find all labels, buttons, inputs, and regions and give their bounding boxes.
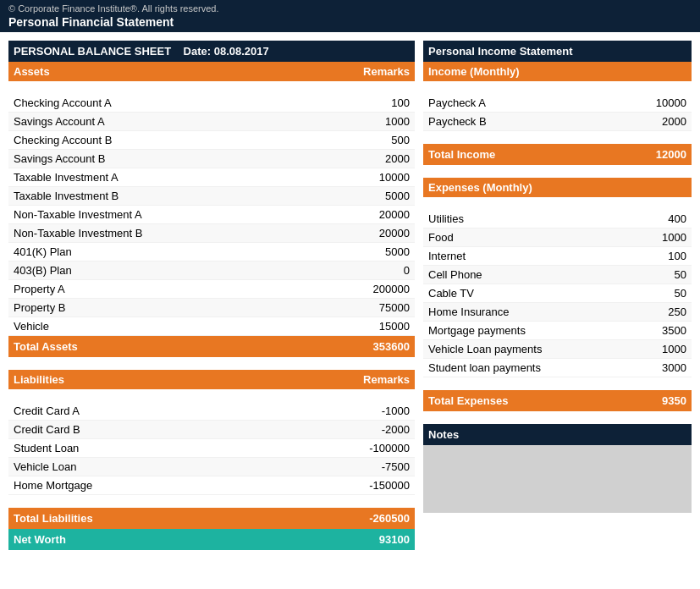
expenses-total-table: Total Expenses 9350 — [423, 390, 692, 411]
income-item-value: 10000 — [591, 94, 692, 113]
copyright-text: © Corporate Finance Institute®. All righ… — [8, 3, 219, 14]
expense-row: Student loan payments3000 — [423, 359, 692, 377]
totals-table: Total Liabilities -260500 Net Worth 9310… — [8, 508, 415, 550]
expense-row: Cell Phone50 — [423, 266, 692, 284]
income-statement-header-row: Personal Income Statement — [423, 41, 692, 62]
total-expenses-label: Total Expenses — [423, 390, 617, 411]
asset-row: Non-Taxable Investment A20000 — [8, 206, 415, 224]
app-title: Personal Financial Statement — [8, 14, 692, 29]
total-income-label: Total Income — [423, 144, 598, 165]
total-assets-label: Total Assets — [8, 336, 312, 358]
income-statement-table: Personal Income Statement Income (Monthl… — [423, 41, 692, 81]
total-liabilities-row: Total Liabilities -260500 — [8, 508, 415, 529]
asset-value: 5000 — [312, 243, 415, 261]
expense-item-name: Food — [423, 228, 633, 247]
asset-name: Taxable Investment B — [8, 187, 312, 206]
asset-name: Property A — [8, 280, 312, 299]
expense-row: Internet100 — [423, 247, 692, 266]
expense-item-value: 3000 — [633, 359, 692, 377]
remarks-label: Remarks — [344, 62, 415, 81]
top-bar: © Corporate Finance Institute®. All righ… — [0, 0, 700, 32]
income-item-value: 2000 — [591, 113, 692, 131]
expense-item-value: 250 — [633, 303, 692, 322]
asset-name: 401(K) Plan — [8, 243, 312, 261]
assets-label: Assets — [8, 62, 344, 81]
liability-name: Student Loan — [8, 439, 267, 458]
income-data-table: Paycheck A10000Paycheck B2000 — [423, 94, 692, 131]
net-worth-value: 93100 — [268, 529, 415, 550]
asset-row: Vehicle15000 — [8, 317, 415, 336]
asset-name: 403(B) Plan — [8, 261, 312, 280]
total-income-value: 12000 — [598, 144, 692, 165]
asset-value: 100 — [312, 94, 415, 113]
assets-subheader-row: Assets Remarks — [8, 62, 415, 81]
notes-header: Notes — [423, 424, 692, 445]
expense-item-value: 1000 — [633, 228, 692, 247]
expense-item-name: Internet — [423, 247, 633, 266]
liabilities-header-row: Liabilities Remarks — [8, 370, 415, 389]
liability-row: Credit Card B-2000 — [8, 421, 415, 439]
expense-item-value: 3500 — [633, 322, 692, 340]
assets-table: PERSONAL BALANCE SHEET Date: 08.08.2017 … — [8, 41, 415, 81]
notes-content — [423, 445, 692, 513]
asset-value: 20000 — [312, 224, 415, 243]
liability-value: -100000 — [267, 439, 415, 458]
asset-row: Taxable Investment A10000 — [8, 168, 415, 187]
asset-value: 200000 — [312, 280, 415, 299]
liability-name: Vehicle Loan — [8, 458, 267, 476]
expenses-subheader-row: Expenses (Monthly) — [423, 178, 692, 197]
expense-item-name: Cable TV — [423, 284, 633, 303]
main-content: PERSONAL BALANCE SHEET Date: 08.08.2017 … — [0, 32, 700, 571]
liability-row: Student Loan-100000 — [8, 439, 415, 458]
net-worth-label: Net Worth — [8, 529, 268, 550]
expense-row: Vehicle Loan payments1000 — [423, 340, 692, 359]
total-income-row: Total Income 12000 — [423, 144, 692, 165]
asset-value: 0 — [312, 261, 415, 280]
expense-item-name: Mortgage payments — [423, 322, 633, 340]
total-assets-value: 353600 — [312, 336, 415, 358]
total-assets-row: Total Assets353600 — [8, 336, 415, 358]
liability-value: -7500 — [267, 458, 415, 476]
asset-name: Checking Account A — [8, 94, 312, 113]
expense-item-value: 50 — [633, 284, 692, 303]
asset-name: Non-Taxable Investment B — [8, 224, 312, 243]
expense-item-value: 400 — [633, 210, 692, 228]
asset-row: Checking Account B500 — [8, 131, 415, 150]
asset-name: Savings Account B — [8, 150, 312, 168]
income-row: Paycheck A10000 — [423, 94, 692, 113]
expense-item-name: Home Insurance — [423, 303, 633, 322]
asset-name: Taxable Investment A — [8, 168, 312, 187]
expense-row: Utilities400 — [423, 210, 692, 228]
asset-value: 20000 — [312, 206, 415, 224]
liability-value: -1000 — [267, 402, 415, 421]
asset-value: 500 — [312, 131, 415, 150]
expenses-table: Expenses (Monthly) — [423, 178, 692, 197]
asset-row: Savings Account A1000 — [8, 113, 415, 131]
expense-row: Mortgage payments3500 — [423, 322, 692, 340]
asset-value: 2000 — [312, 150, 415, 168]
asset-row: Checking Account A100 — [8, 94, 415, 113]
liability-row: Credit Card A-1000 — [8, 402, 415, 421]
net-worth-row: Net Worth 93100 — [8, 529, 415, 550]
liabilities-label: Liabilities — [8, 370, 219, 389]
asset-row: Taxable Investment B5000 — [8, 187, 415, 206]
balance-sheet-header-row: PERSONAL BALANCE SHEET Date: 08.08.2017 — [8, 41, 415, 62]
right-panel: Personal Income Statement Income (Monthl… — [423, 41, 692, 563]
expense-item-name: Utilities — [423, 210, 633, 228]
income-item-name: Paycheck B — [423, 113, 591, 131]
expense-row: Home Insurance250 — [423, 303, 692, 322]
asset-name: Property B — [8, 299, 312, 317]
expense-row: Cable TV50 — [423, 284, 692, 303]
income-label: Income (Monthly) — [423, 62, 692, 81]
liabilities-table: Liabilities Remarks — [8, 370, 415, 389]
asset-value: 5000 — [312, 187, 415, 206]
income-item-name: Paycheck A — [423, 94, 591, 113]
expense-item-name: Cell Phone — [423, 266, 633, 284]
liability-name: Credit Card A — [8, 402, 267, 421]
expense-item-name: Student loan payments — [423, 359, 633, 377]
asset-row: 403(B) Plan0 — [8, 261, 415, 280]
asset-value: 10000 — [312, 168, 415, 187]
asset-row: 401(K) Plan5000 — [8, 243, 415, 261]
total-expenses-row: Total Expenses 9350 — [423, 390, 692, 411]
expense-item-value: 100 — [633, 247, 692, 266]
